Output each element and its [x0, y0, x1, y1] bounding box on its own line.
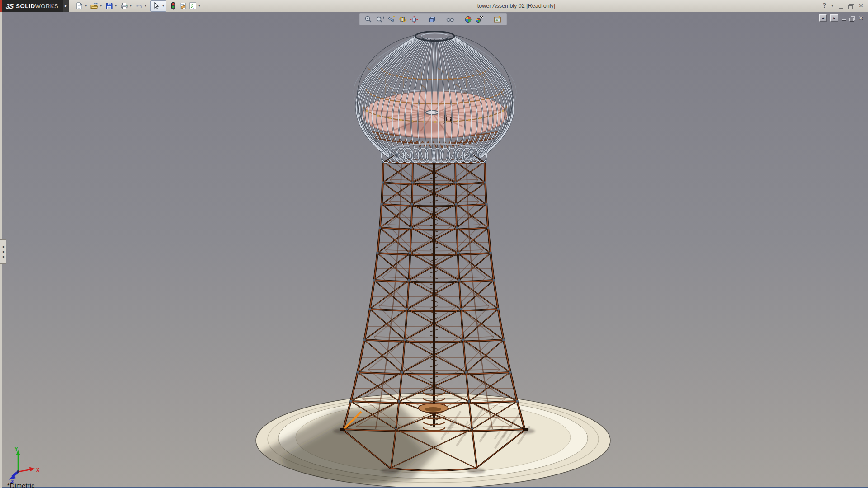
main-toolbar: ▼ ▼ ▼ [74, 0, 203, 12]
realview-button[interactable] [474, 14, 485, 24]
3ds-logo-mark: 3S [5, 2, 14, 10]
pan-icon [410, 15, 418, 23]
apply-scene-button[interactable] [492, 14, 503, 24]
print-icon [120, 2, 128, 10]
shaded-sphere-icon [464, 15, 472, 23]
select-cursor-icon [152, 2, 160, 10]
collapse-icon: ◀ [2, 250, 4, 253]
document-minimize-button[interactable] [842, 19, 846, 20]
save-button[interactable] [104, 1, 114, 11]
rotate-view-icon [398, 15, 407, 23]
zoom-in-out-icon [364, 15, 373, 23]
shaded-button[interactable] [462, 14, 474, 24]
brand-text: SOLIDWORKS [16, 3, 58, 9]
rebuild-button[interactable] [168, 1, 178, 11]
titlebar: 3S SOLIDWORKS ▶ ▼ ▼ [0, 0, 868, 12]
realview-icon [475, 15, 484, 23]
options-icon [189, 2, 197, 10]
pan-button[interactable] [408, 14, 420, 24]
menu-expand-button[interactable]: ▶ [63, 0, 69, 12]
document-window-controls: ◀ ▶ ✕ [819, 14, 863, 22]
close-button[interactable]: ✕ [859, 0, 863, 12]
dropdown-icon[interactable]: ▼ [129, 5, 132, 7]
brand-works: WORKS [35, 3, 59, 9]
document-title: tower Assembly 02 [Read-only] [477, 3, 555, 9]
view-orientation-button[interactable] [444, 14, 456, 24]
collapse-icon: ◀ [2, 255, 4, 258]
print-button[interactable] [119, 1, 129, 11]
x-axis-label: X [36, 467, 40, 473]
next-document-button[interactable]: ▶ [830, 14, 838, 22]
brand-solid: SOLID [16, 3, 35, 9]
rebuild-traffic-light-icon [169, 2, 177, 10]
rotate-view-button[interactable] [397, 14, 408, 24]
options-button[interactable] [188, 1, 198, 11]
model-canvas[interactable] [0, 12, 868, 488]
zoom-to-selection-icon [387, 15, 396, 23]
document-close-button[interactable]: ✕ [859, 15, 863, 21]
window-controls: ? ▼ ✕ [823, 0, 863, 12]
forward-icon: ▶ [833, 17, 835, 19]
dropdown-icon[interactable]: ▼ [144, 5, 147, 7]
collapse-icon: ◀ [2, 245, 4, 248]
orientation-triad: Y X [5, 445, 42, 483]
help-dropdown-icon[interactable]: ▼ [831, 5, 834, 7]
file-properties-icon [179, 2, 187, 10]
expand-icon: ▶ [65, 4, 67, 8]
dropdown-icon[interactable]: ▼ [99, 5, 102, 7]
zoom-to-area-icon [376, 15, 384, 23]
dropdown-icon[interactable]: ▼ [162, 5, 165, 7]
document-restore-button[interactable] [849, 16, 855, 21]
open-icon [90, 2, 98, 10]
undo-button[interactable] [134, 1, 144, 11]
undo-icon [135, 2, 143, 10]
new-document-icon [75, 2, 83, 10]
file-properties-button[interactable] [178, 1, 188, 11]
zoom-to-area-button[interactable] [374, 14, 386, 24]
back-icon: ◀ [822, 17, 824, 19]
restore-button[interactable] [848, 4, 854, 9]
x-axis-arrow [29, 467, 35, 472]
previous-document-button[interactable]: ◀ [819, 14, 827, 22]
display-style-cube-icon [428, 15, 436, 23]
featuremanager-collapse-tab[interactable]: ◀ ◀ ◀ [0, 239, 6, 264]
solidworks-logo: 3S SOLIDWORKS [0, 0, 63, 12]
view-orientation-label: *Dimetric [7, 482, 35, 488]
minimize-button[interactable] [839, 8, 843, 9]
graphics-area: ◀ ▶ ✕ ◀ ◀ ◀ Y X [0, 12, 868, 488]
dropdown-icon[interactable]: ▼ [114, 5, 117, 7]
display-style-button[interactable] [426, 14, 438, 24]
new-document-button[interactable] [74, 1, 84, 11]
open-button[interactable] [89, 1, 99, 11]
help-icon[interactable]: ? [823, 2, 826, 9]
zoom-in-out-button[interactable] [363, 14, 374, 24]
dropdown-icon[interactable]: ▼ [198, 5, 201, 7]
apply-scene-icon [493, 15, 502, 23]
view-toolbar [359, 13, 507, 25]
view-orientation-glasses-icon [446, 15, 454, 23]
y-axis-label: Y [14, 446, 18, 452]
select-tool-group: ▼ [150, 0, 166, 12]
dropdown-icon[interactable]: ▼ [85, 5, 87, 7]
zoom-to-selection-button[interactable] [386, 14, 397, 24]
select-button[interactable] [151, 1, 161, 11]
solidworks-window: 3S SOLIDWORKS ▶ ▼ ▼ [0, 0, 868, 488]
save-icon [105, 2, 113, 10]
